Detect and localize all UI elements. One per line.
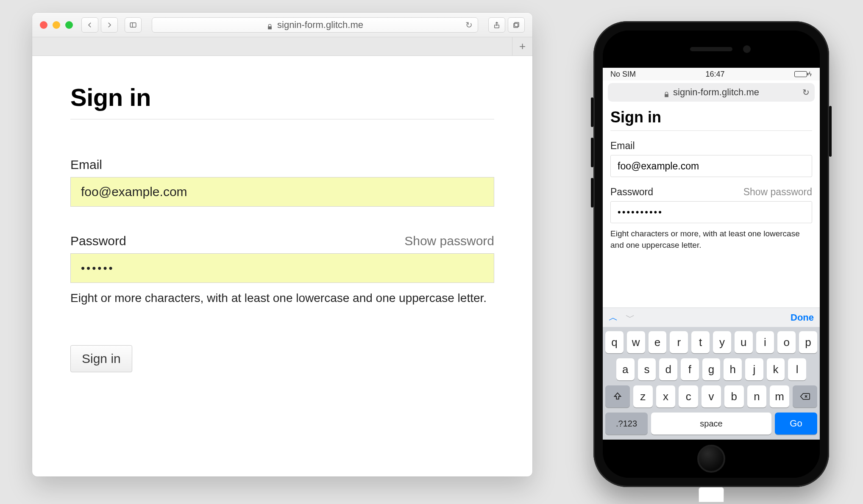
safari-window: signin-form.glitch.me ↻ + Sign in Email … [32, 13, 532, 476]
speaker-grille [690, 47, 732, 51]
minimize-window-button[interactable] [53, 21, 60, 29]
tabs-button[interactable] [508, 17, 525, 33]
show-password-button[interactable]: Show password [743, 186, 812, 198]
key-y[interactable]: y [713, 331, 731, 353]
iphone-frame: No SIM 16:47 ϟ signin-form.glitch.me ↻ S… [603, 30, 820, 478]
svg-rect-3 [515, 22, 519, 27]
key-l[interactable]: l [788, 358, 806, 380]
key-f[interactable]: f [681, 358, 699, 380]
numbers-key[interactable]: .?123 [605, 413, 648, 435]
mobile-address-bar[interactable]: signin-form.glitch.me ↻ [608, 83, 815, 102]
keyboard-row-4: .?123 space Go [605, 413, 817, 435]
key-c[interactable]: c [679, 385, 698, 407]
email-input[interactable] [610, 155, 812, 177]
page-title: Sign in [610, 108, 812, 131]
password-label: Password [70, 234, 126, 248]
password-field-block: Password Show password Eight characters … [610, 186, 812, 251]
keyboard-field-nav: ︿ ﹀ [609, 311, 635, 324]
keyboard-row-2: a s d f g h j k l [605, 358, 817, 380]
prev-field-button[interactable]: ︿ [609, 311, 618, 324]
key-p[interactable]: p [799, 331, 817, 353]
sidebar-toggle-button[interactable] [125, 17, 142, 33]
page-content: Sign in Email Password Show password Eig… [32, 56, 532, 399]
tab-bar: + [32, 37, 532, 56]
fullscreen-window-button[interactable] [65, 21, 73, 29]
home-button-area [603, 440, 820, 478]
space-key[interactable]: space [651, 413, 771, 435]
key-h[interactable]: h [724, 358, 742, 380]
keyboard-done-button[interactable]: Done [791, 312, 814, 323]
email-field-block: Email [70, 158, 494, 207]
key-u[interactable]: u [735, 331, 753, 353]
safari-titlebar: signin-form.glitch.me ↻ [32, 13, 532, 37]
keyboard-accessory-bar: ︿ ﹀ Done [603, 307, 820, 327]
key-t[interactable]: t [691, 331, 710, 353]
key-v[interactable]: v [702, 385, 721, 407]
key-d[interactable]: d [659, 358, 677, 380]
password-input[interactable] [70, 253, 494, 283]
iphone-device: No SIM 16:47 ϟ signin-form.glitch.me ↻ S… [593, 21, 829, 487]
home-button[interactable] [697, 445, 725, 473]
status-time: 16:47 [705, 70, 724, 79]
window-controls [40, 21, 73, 29]
key-a[interactable]: a [616, 358, 635, 380]
go-key[interactable]: Go [775, 413, 817, 435]
key-n[interactable]: n [747, 385, 767, 407]
key-r[interactable]: r [670, 331, 688, 353]
key-i[interactable]: i [756, 331, 774, 353]
front-camera [743, 45, 751, 53]
page-title: Sign in [70, 83, 494, 119]
mobile-page-content: Sign in Email Password Show password Eig… [603, 104, 820, 307]
password-field-block: Password Show password Eight or more cha… [70, 234, 494, 307]
battery-indicator: ϟ [794, 71, 812, 78]
carrier-text: No SIM [610, 70, 636, 79]
key-b[interactable]: b [724, 385, 744, 407]
key-o[interactable]: o [777, 331, 796, 353]
url-text: signin-form.glitch.me [277, 19, 363, 30]
key-e[interactable]: e [649, 331, 667, 353]
keyboard-row-3: z x c v b n m [605, 385, 817, 407]
iphone-screen: No SIM 16:47 ϟ signin-form.glitch.me ↻ S… [603, 68, 820, 440]
password-input[interactable] [610, 201, 812, 223]
password-label: Password [610, 186, 653, 198]
key-m[interactable]: m [770, 385, 789, 407]
new-tab-button[interactable]: + [512, 37, 532, 55]
email-label: Email [610, 140, 635, 152]
status-bar: No SIM 16:47 ϟ [603, 68, 820, 80]
ios-keyboard: q w e r t y u i o p a s d f g h [603, 327, 820, 440]
show-password-button[interactable]: Show password [404, 234, 494, 248]
address-bar[interactable]: signin-form.glitch.me ↻ [152, 17, 478, 33]
key-z[interactable]: z [633, 385, 653, 407]
key-j[interactable]: j [745, 358, 763, 380]
forward-button[interactable] [101, 17, 118, 33]
close-window-button[interactable] [40, 21, 47, 29]
signin-button[interactable]: Sign in [70, 345, 132, 372]
lock-icon [663, 89, 670, 96]
reload-icon[interactable]: ↻ [465, 20, 473, 30]
next-field-button[interactable]: ﹀ [626, 311, 635, 324]
mobile-url-text: signin-form.glitch.me [673, 87, 759, 98]
key-s[interactable]: s [638, 358, 656, 380]
lightning-cable [699, 487, 724, 502]
password-hint: Eight characters or more, with at least … [610, 228, 812, 251]
keyboard-row-1: q w e r t y u i o p [605, 331, 817, 353]
key-k[interactable]: k [767, 358, 785, 380]
svg-rect-0 [130, 22, 136, 27]
email-label: Email [70, 158, 102, 172]
shift-key[interactable] [605, 385, 630, 407]
phone-top-bezel [603, 30, 820, 68]
email-field-block: Email [610, 140, 812, 177]
password-hint: Eight or more characters, with at least … [70, 290, 494, 307]
key-q[interactable]: q [605, 331, 624, 353]
backspace-key[interactable] [793, 385, 817, 407]
back-button[interactable] [81, 17, 98, 33]
lock-icon [267, 22, 273, 28]
reload-icon[interactable]: ↻ [802, 87, 810, 97]
share-button[interactable] [488, 17, 505, 33]
key-x[interactable]: x [656, 385, 676, 407]
email-input[interactable] [70, 177, 494, 207]
key-w[interactable]: w [627, 331, 645, 353]
charging-icon: ϟ [808, 71, 812, 78]
key-g[interactable]: g [702, 358, 721, 380]
svg-rect-4 [514, 23, 518, 28]
